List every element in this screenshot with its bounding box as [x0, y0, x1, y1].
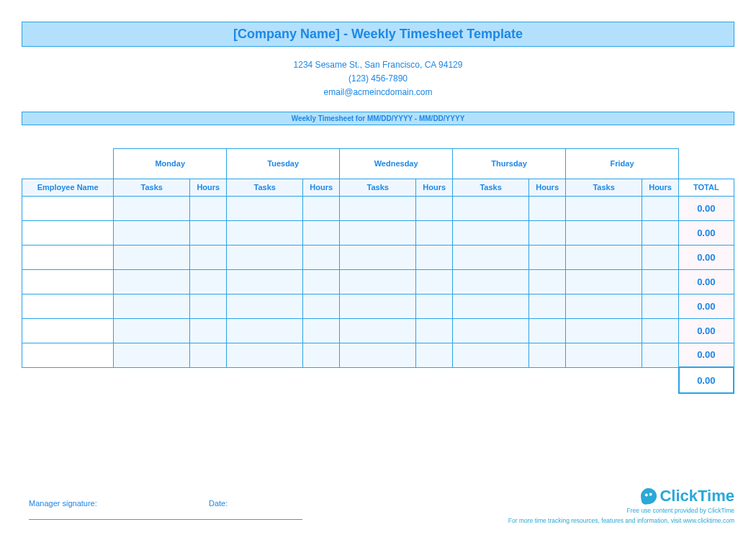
- hours-cell[interactable]: [529, 196, 566, 220]
- tasks-cell[interactable]: [227, 343, 303, 367]
- tasks-cell[interactable]: [453, 245, 529, 269]
- hours-cell[interactable]: [529, 294, 566, 318]
- hours-cell[interactable]: [642, 294, 679, 318]
- hours-cell[interactable]: [642, 318, 679, 343]
- tasks-cell[interactable]: [340, 196, 416, 220]
- company-phone: (123) 456-7890: [22, 72, 734, 86]
- date-label: Date:: [209, 499, 228, 508]
- footer-brand: ClickTime Free use content provided by C…: [508, 487, 734, 526]
- employee-cell[interactable]: [22, 245, 114, 269]
- hours-cell[interactable]: [529, 318, 566, 343]
- hours-cell[interactable]: [303, 245, 340, 269]
- hours-cell[interactable]: [190, 220, 227, 245]
- tasks-cell[interactable]: [227, 220, 303, 245]
- tasks-cell[interactable]: [114, 318, 190, 343]
- employee-cell[interactable]: [22, 269, 114, 294]
- tasks-cell[interactable]: [566, 196, 642, 220]
- hours-cell[interactable]: [416, 196, 453, 220]
- employee-cell[interactable]: [22, 318, 114, 343]
- day-header-friday: Friday: [566, 148, 679, 179]
- row-total: 0.00: [679, 196, 734, 220]
- hours-cell[interactable]: [416, 220, 453, 245]
- tasks-cell[interactable]: [114, 294, 190, 318]
- col-total: TOTAL: [679, 179, 734, 196]
- hours-cell[interactable]: [416, 294, 453, 318]
- company-email: email@acmeincdomain.com: [22, 86, 734, 99]
- tasks-cell[interactable]: [566, 343, 642, 367]
- hours-cell[interactable]: [529, 269, 566, 294]
- hours-cell[interactable]: [416, 343, 453, 367]
- tasks-cell[interactable]: [453, 294, 529, 318]
- timesheet-table: Monday Tuesday Wednesday Thursday Friday…: [22, 148, 734, 395]
- tasks-cell[interactable]: [453, 269, 529, 294]
- tasks-cell[interactable]: [114, 343, 190, 367]
- hours-cell[interactable]: [303, 318, 340, 343]
- hours-cell[interactable]: [529, 245, 566, 269]
- hours-cell[interactable]: [416, 245, 453, 269]
- employee-cell[interactable]: [22, 196, 114, 220]
- tasks-cell[interactable]: [114, 220, 190, 245]
- employee-cell[interactable]: [22, 220, 114, 245]
- day-header-monday: Monday: [114, 148, 227, 179]
- hours-cell[interactable]: [529, 343, 566, 367]
- hours-cell[interactable]: [190, 318, 227, 343]
- row-total: 0.00: [679, 318, 734, 343]
- tasks-cell[interactable]: [340, 343, 416, 367]
- hours-cell[interactable]: [190, 196, 227, 220]
- employee-cell[interactable]: [22, 294, 114, 318]
- tasks-cell[interactable]: [114, 196, 190, 220]
- tasks-cell[interactable]: [453, 220, 529, 245]
- footer-line-1: Free use content provided by ClickTime: [508, 507, 734, 516]
- footer-line-2: For more time tracking resources, featur…: [508, 517, 734, 526]
- hours-cell[interactable]: [190, 294, 227, 318]
- tasks-cell[interactable]: [566, 294, 642, 318]
- table-row: 0.00: [22, 343, 734, 367]
- hours-cell[interactable]: [303, 343, 340, 367]
- hours-cell[interactable]: [190, 343, 227, 367]
- table-row: 0.00: [22, 269, 734, 294]
- tasks-cell[interactable]: [340, 294, 416, 318]
- tasks-cell[interactable]: [453, 318, 529, 343]
- tasks-cell[interactable]: [227, 196, 303, 220]
- row-total: 0.00: [679, 245, 734, 269]
- hours-cell[interactable]: [642, 220, 679, 245]
- col-hours: Hours: [529, 179, 566, 196]
- tasks-cell[interactable]: [453, 343, 529, 367]
- tasks-cell[interactable]: [566, 245, 642, 269]
- hours-cell[interactable]: [529, 220, 566, 245]
- tasks-cell[interactable]: [340, 318, 416, 343]
- hours-cell[interactable]: [416, 269, 453, 294]
- tasks-cell[interactable]: [566, 220, 642, 245]
- day-header-tuesday: Tuesday: [227, 148, 340, 179]
- hours-cell[interactable]: [642, 245, 679, 269]
- tasks-cell[interactable]: [340, 245, 416, 269]
- tasks-cell[interactable]: [227, 294, 303, 318]
- col-tasks: Tasks: [340, 179, 416, 196]
- row-total: 0.00: [679, 220, 734, 245]
- employee-cell[interactable]: [22, 343, 114, 367]
- table-row: 0.00: [22, 196, 734, 220]
- tasks-cell[interactable]: [227, 245, 303, 269]
- hours-cell[interactable]: [303, 294, 340, 318]
- hours-cell[interactable]: [416, 318, 453, 343]
- tasks-cell[interactable]: [566, 269, 642, 294]
- hours-cell[interactable]: [642, 269, 679, 294]
- tasks-cell[interactable]: [340, 269, 416, 294]
- row-total: 0.00: [679, 343, 734, 367]
- hours-cell[interactable]: [303, 220, 340, 245]
- tasks-cell[interactable]: [227, 318, 303, 343]
- brand-name: ClickTime: [660, 487, 734, 505]
- hours-cell[interactable]: [190, 269, 227, 294]
- tasks-cell[interactable]: [566, 318, 642, 343]
- tasks-cell[interactable]: [114, 245, 190, 269]
- tasks-cell[interactable]: [114, 269, 190, 294]
- hours-cell[interactable]: [642, 196, 679, 220]
- hours-cell[interactable]: [642, 343, 679, 367]
- hours-cell[interactable]: [190, 245, 227, 269]
- tasks-cell[interactable]: [340, 220, 416, 245]
- day-header-wednesday: Wednesday: [340, 148, 453, 179]
- tasks-cell[interactable]: [227, 269, 303, 294]
- tasks-cell[interactable]: [453, 196, 529, 220]
- hours-cell[interactable]: [303, 269, 340, 294]
- hours-cell[interactable]: [303, 196, 340, 220]
